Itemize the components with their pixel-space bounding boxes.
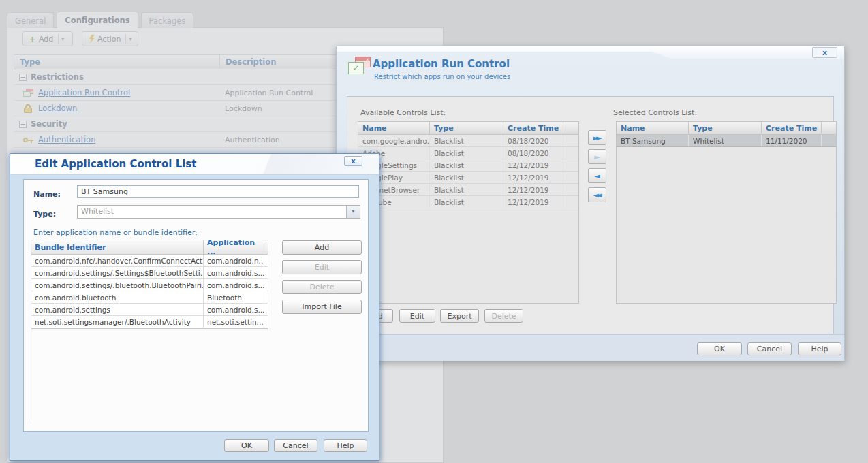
available-list-label: Available Controls List: [360,108,446,117]
grid-header: Name Type Create Time [358,122,578,135]
edit-help-button[interactable]: Help [324,439,367,452]
list-item-selected[interactable]: BT Samsung Whitelist 11/11/2020 [617,135,836,147]
move-right-icon: ► [588,149,606,164]
arc-edit-button-label: Edit [410,312,424,321]
edit-entry-button-label: Edit [315,263,329,272]
edit-cancel-button[interactable]: Cancel [274,439,317,452]
edit-application-control-list-dialog: Edit Application Control List x Name: Ty… [10,153,379,461]
bundle-identifier-grid: Bundle Identifier Application ... com.an… [31,240,268,329]
edit-entry-button: Edit [282,260,362,274]
list-item[interactable]: InternetBrowser Blacklist 12/12/2019 [358,184,578,196]
screen: General Configurations Packages + Add ▾ … [0,0,868,463]
list-item[interactable]: GoogleSettings Blacklist 12/12/2019 [358,159,578,172]
app-run-control-icon: x ✓ [348,57,373,78]
column-header-bundle-identifier[interactable]: Bundle Identifier [31,240,204,254]
list-item[interactable]: GooglePlay Blacklist 12/12/2019 [358,172,578,184]
table-row[interactable]: com.android.nfc/.handover.ConfirmConnect… [31,255,268,267]
list-item[interactable]: Adobe Blacklist 08/18/2020 [358,147,578,159]
dialog-footer: OK Cancel Help [337,334,844,361]
application-run-control-dialog: x x ✓ Application Run Control Restrict w… [336,46,845,361]
list-item[interactable]: YouTube Blacklist 12/12/2019 [358,196,578,208]
close-icon[interactable]: x [812,47,837,58]
table-row[interactable]: com.android.bluetooth Bluetooth [31,291,268,304]
arc-edit-button[interactable]: Edit [399,309,435,323]
edit-ok-button-label: OK [241,441,252,450]
column-header-create-time[interactable]: Create Time [503,122,563,134]
move-all-right-icon[interactable]: ►► [588,130,606,145]
name-field[interactable] [77,185,359,198]
controls-panel: Available Controls List: Selected Contro… [347,96,834,334]
grid-left-border [31,328,31,421]
table-row[interactable]: com.android.settings com.android.s... [31,304,268,316]
edit-help-button-label: Help [337,441,354,450]
dialog-title: Application Run Control [373,58,510,70]
type-dropdown[interactable]: Whitelist ▾ [77,205,360,219]
move-left-icon[interactable]: ◄ [588,168,606,183]
import-file-button[interactable]: Import File [282,300,362,314]
type-dropdown-value: Whitelist [81,207,114,216]
instruction-label: Enter application name or bundle identif… [33,228,198,237]
transfer-buttons: ►► ► ◄ ◄◄ [588,130,607,206]
close-icon[interactable]: x [344,156,362,166]
arc-cancel-button[interactable]: Cancel [747,342,792,355]
arc-delete-button: Delete [484,309,523,323]
add-entry-button[interactable]: Add [282,240,362,255]
dialog-subtitle: Restrict which apps run on your devices [374,73,510,80]
name-label: Name: [33,190,61,199]
edit-form-panel: Name: Type: Whitelist ▾ Enter applicatio… [23,179,369,432]
import-file-button-label: Import File [302,302,341,311]
add-entry-button-label: Add [315,243,329,252]
grid-header: Bundle Identifier Application ... [31,240,268,255]
type-label: Type: [33,210,56,219]
table-row[interactable]: com.android.settings/.bluetooth.Bluetoot… [31,279,268,291]
arc-export-button[interactable]: Export [440,309,479,323]
edit-ok-button[interactable]: OK [224,439,269,452]
table-row[interactable]: com.android.settings/.Settings$Bluetooth… [31,267,268,279]
column-header-application[interactable]: Application ... [204,240,264,254]
selected-controls-grid: Name Type Create Time BT Samsung Whiteli… [616,121,837,304]
arc-ok-button-label: OK [714,345,725,353]
edit-cancel-button-label: Cancel [283,441,308,450]
chevron-down-icon[interactable]: ▾ [346,206,360,218]
column-header-type[interactable]: Type [689,122,762,134]
move-all-left-icon[interactable]: ◄◄ [588,187,606,202]
arc-delete-button-label: Delete [491,312,516,321]
selected-list-label: Selected Controls List: [613,108,697,117]
arc-cancel-button-label: Cancel [757,345,782,353]
list-item[interactable]: com.google.andro... Blacklist 08/18/2020 [358,135,578,147]
column-header-name[interactable]: Name [617,122,689,134]
delete-entry-button-label: Delete [309,283,334,291]
available-controls-grid: Name Type Create Time com.google.andro..… [358,121,579,304]
arc-export-button-label: Export [447,312,471,321]
header-filler [264,240,268,254]
column-header-name[interactable]: Name [358,122,430,134]
delete-entry-button: Delete [282,280,362,294]
edit-side-buttons: Add Edit Delete Import File [282,240,362,319]
column-header-create-time[interactable]: Create Time [762,122,822,134]
header-filler [822,122,836,134]
column-header-type[interactable]: Type [430,122,503,134]
grid-header: Name Type Create Time [617,122,836,135]
header-filler [563,122,578,134]
arc-help-button[interactable]: Help [798,342,841,355]
table-row[interactable]: net.soti.settingsmanager/.BluetoothActiv… [31,316,268,328]
arc-help-button-label: Help [811,345,828,353]
arc-ok-button[interactable]: OK [697,342,742,355]
dialog-title: Edit Application Control List [35,158,196,170]
